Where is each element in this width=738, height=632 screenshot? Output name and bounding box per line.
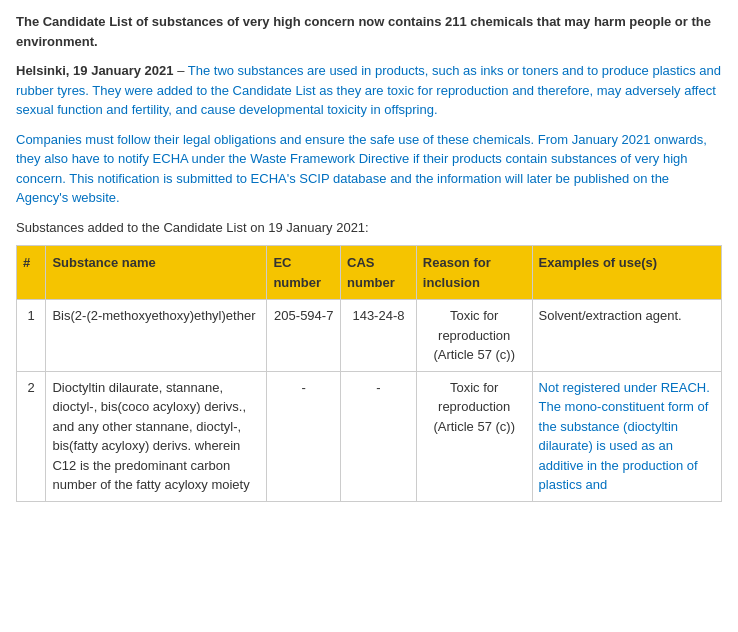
cell-reason: Toxic for reproduction (Article 57 (c)) [416,300,532,372]
col-header-examples: Examples of use(s) [532,246,721,300]
cell-substance-name: Bis(2-(2-methoxyethoxy)ethyl)ether [46,300,267,372]
substances-table: # Substance name EC number CAS number Re… [16,245,722,502]
cell-num: 1 [17,300,46,372]
cell-num: 2 [17,371,46,501]
intro-bold: The Candidate List of substances of very… [16,12,722,51]
col-header-reason: Reason for inclusion [416,246,532,300]
col-header-substance-name: Substance name [46,246,267,300]
cell-substance-name: Dioctyltin dilaurate, stannane, dioctyl-… [46,371,267,501]
col-header-ec-number: EC number [267,246,341,300]
para1-dateline: Helsinki, 19 January 2021 [16,63,174,78]
para2: Companies must follow their legal obliga… [16,130,722,208]
table-row: 1Bis(2-(2-methoxyethoxy)ethyl)ether205-5… [17,300,722,372]
cell-ec-number: 205-594-7 [267,300,341,372]
col-header-cas-number: CAS number [341,246,417,300]
cell-cas-number: 143-24-8 [341,300,417,372]
para2-text: Companies must follow their legal obliga… [16,132,707,206]
table-row: 2Dioctyltin dilaurate, stannane, dioctyl… [17,371,722,501]
para1: Helsinki, 19 January 2021 – The two subs… [16,61,722,120]
subtitle: Substances added to the Candidate List o… [16,218,722,238]
cell-reason: Toxic for reproduction (Article 57 (c)) [416,371,532,501]
cell-examples: Not registered under REACH. The mono-con… [532,371,721,501]
cell-ec-number: - [267,371,341,501]
cell-cas-number: - [341,371,417,501]
col-header-hash: # [17,246,46,300]
table-header-row: # Substance name EC number CAS number Re… [17,246,722,300]
para1-dash: – [174,63,188,78]
cell-examples: Solvent/extraction agent. [532,300,721,372]
